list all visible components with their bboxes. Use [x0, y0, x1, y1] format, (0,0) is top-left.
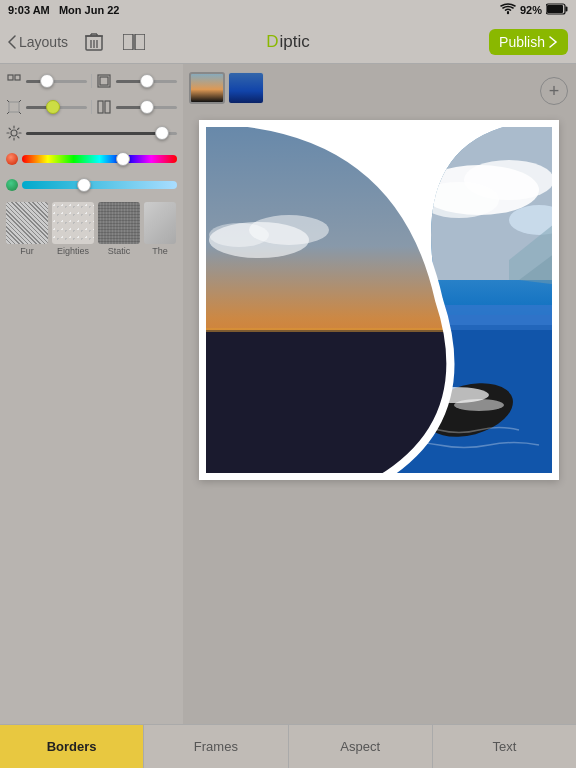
tab-borders-label: Borders	[47, 739, 97, 754]
add-photo-button[interactable]: +	[540, 77, 568, 105]
slider-2b[interactable]	[116, 106, 177, 109]
svg-point-0	[507, 12, 509, 14]
battery-level: 92%	[520, 4, 542, 16]
delete-button[interactable]	[80, 28, 108, 56]
svg-rect-15	[15, 75, 20, 80]
svg-line-21	[19, 100, 21, 102]
thumbnail-2[interactable]	[228, 72, 264, 104]
texture-swatches: Fur Eighties Static The	[6, 202, 177, 256]
svg-rect-24	[105, 101, 110, 113]
thumbnail-strip	[189, 70, 264, 106]
svg-rect-17	[100, 77, 108, 85]
slider-sep-1	[91, 74, 92, 88]
gear-icon	[6, 125, 22, 141]
sat-color-dot	[6, 179, 18, 191]
texture-label-static: Static	[98, 246, 140, 256]
svg-rect-13	[135, 34, 145, 50]
texture-swatch-eighties[interactable]: Eighties	[52, 202, 94, 256]
svg-point-25	[11, 130, 17, 136]
thumbnail-1[interactable]	[189, 72, 225, 104]
tab-text[interactable]: Text	[433, 725, 576, 768]
date-display: Mon Jun 22	[59, 4, 120, 16]
nav-left-actions: Layouts	[8, 28, 148, 56]
texture-swatch-other[interactable]: The	[144, 202, 176, 256]
border-icon	[96, 73, 112, 89]
status-indicators: 92%	[500, 3, 568, 17]
svg-rect-2	[566, 7, 568, 12]
svg-line-22	[19, 112, 21, 114]
collage-canvas[interactable]	[199, 120, 559, 480]
status-bar: 9:03 AM Mon Jun 22 92%	[0, 0, 576, 20]
texture-label-eighties: Eighties	[52, 246, 94, 256]
svg-point-36	[419, 182, 499, 218]
time-display: 9:03 AM	[8, 4, 50, 16]
corners-icon	[6, 73, 22, 89]
slider-row-1	[6, 70, 177, 92]
svg-rect-12	[123, 34, 133, 50]
hue-row	[6, 148, 177, 170]
svg-rect-14	[8, 75, 13, 80]
slider-2a[interactable]	[26, 106, 87, 109]
tab-aspect-label: Aspect	[340, 739, 380, 754]
back-label: Layouts	[19, 34, 68, 50]
texture-label-fur: Fur	[6, 246, 48, 256]
texture-swatch-static[interactable]: Static	[98, 202, 140, 256]
canvas-area: +	[183, 64, 576, 724]
svg-rect-23	[98, 101, 103, 113]
title-d: D	[266, 32, 278, 52]
tab-bar: Borders Frames Aspect Text	[0, 724, 576, 768]
app-title: Diptic	[266, 32, 310, 52]
main-content: Fur Eighties Static The +	[0, 64, 576, 724]
nav-bar: Layouts Diptic Publish	[0, 20, 576, 64]
crop-icon	[6, 99, 22, 115]
publish-label: Publish	[499, 34, 545, 50]
saturation-row	[6, 174, 177, 196]
status-time: 9:03 AM Mon Jun 22	[8, 4, 119, 16]
spacing-icon	[96, 99, 112, 115]
battery-icon	[546, 3, 568, 17]
slider-sep-2	[91, 100, 92, 114]
tab-text-label: Text	[492, 739, 516, 754]
tab-frames-label: Frames	[194, 739, 238, 754]
left-panel: Fur Eighties Static The	[0, 64, 183, 724]
slider-1a[interactable]	[26, 80, 87, 83]
hue-color-dot	[6, 153, 18, 165]
split-view-button[interactable]	[120, 28, 148, 56]
svg-line-20	[7, 112, 9, 114]
svg-rect-18	[9, 102, 19, 112]
slider-1b[interactable]	[116, 80, 177, 83]
thumbnail-strip-row: +	[189, 70, 568, 112]
brightness-slider[interactable]	[26, 132, 177, 135]
texture-swatch-fur[interactable]: Fur	[6, 202, 48, 256]
svg-point-43	[454, 399, 504, 411]
svg-rect-3	[547, 5, 563, 13]
title-rest: iptic	[280, 32, 310, 52]
tab-borders[interactable]: Borders	[0, 725, 144, 768]
saturation-slider[interactable]	[22, 181, 177, 189]
publish-button[interactable]: Publish	[489, 29, 568, 55]
tab-frames[interactable]: Frames	[144, 725, 288, 768]
brightness-row	[6, 122, 177, 144]
svg-point-31	[209, 223, 269, 247]
hue-slider[interactable]	[22, 155, 177, 163]
texture-label-other: The	[144, 246, 176, 256]
back-button[interactable]: Layouts	[8, 34, 68, 50]
tab-aspect[interactable]: Aspect	[289, 725, 433, 768]
svg-line-19	[7, 100, 9, 102]
slider-row-2	[6, 96, 177, 118]
wifi-icon	[500, 3, 516, 17]
collage-svg	[199, 120, 559, 480]
